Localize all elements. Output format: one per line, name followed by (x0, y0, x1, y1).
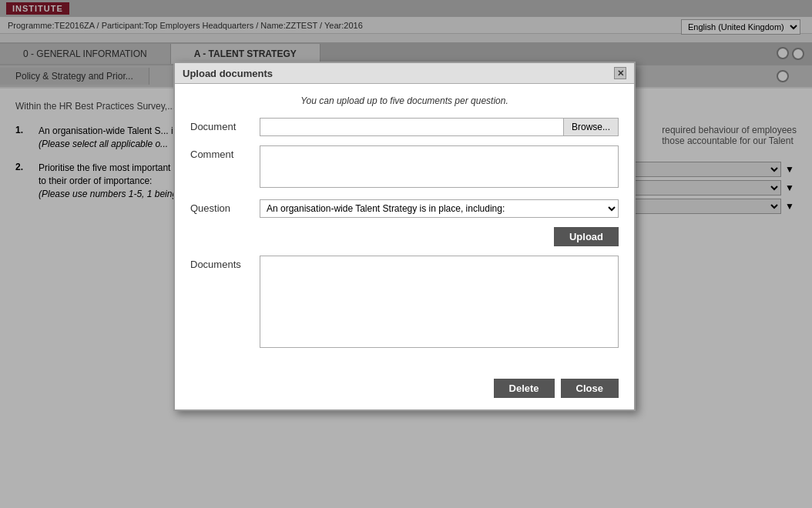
upload-button[interactable]: Upload (554, 227, 619, 246)
delete-button[interactable]: Delete (494, 379, 555, 398)
documents-form-row: Documents (190, 256, 619, 350)
question-form-row: Question An organisation-wide Talent Str… (190, 199, 619, 218)
close-dialog-button[interactable]: Close (561, 379, 619, 398)
browse-button[interactable]: Browse... (563, 118, 619, 136)
documents-textarea-wrap (260, 256, 619, 350)
document-input-wrap: Browse... (260, 118, 619, 136)
upload-documents-dialog: Upload documents ✕ You can upload up to … (173, 62, 636, 411)
comment-form-row: Comment (190, 145, 619, 190)
document-label: Document (190, 118, 260, 132)
upload-button-row: Upload (190, 227, 619, 246)
dialog-body: You can upload up to five documents per … (175, 84, 634, 371)
dialog-title: Upload documents (183, 68, 273, 79)
document-text-input[interactable] (260, 118, 563, 136)
question-select-wrap: An organisation-wide Talent Strategy is … (260, 199, 619, 218)
document-form-row: Document Browse... (190, 118, 619, 136)
dialog-footer: Delete Close (175, 371, 634, 409)
documents-textarea[interactable] (260, 256, 619, 348)
document-input-row: Browse... (260, 118, 619, 136)
question-label: Question (190, 199, 260, 214)
dialog-titlebar: Upload documents ✕ (175, 63, 634, 84)
comment-label: Comment (190, 145, 260, 160)
question-select[interactable]: An organisation-wide Talent Strategy is … (260, 199, 619, 218)
documents-label: Documents (190, 256, 260, 270)
dialog-info-text: You can upload up to five documents per … (190, 95, 619, 106)
comment-input-wrap (260, 145, 619, 190)
dialog-close-button[interactable]: ✕ (614, 67, 626, 79)
comment-textarea[interactable] (260, 145, 619, 188)
